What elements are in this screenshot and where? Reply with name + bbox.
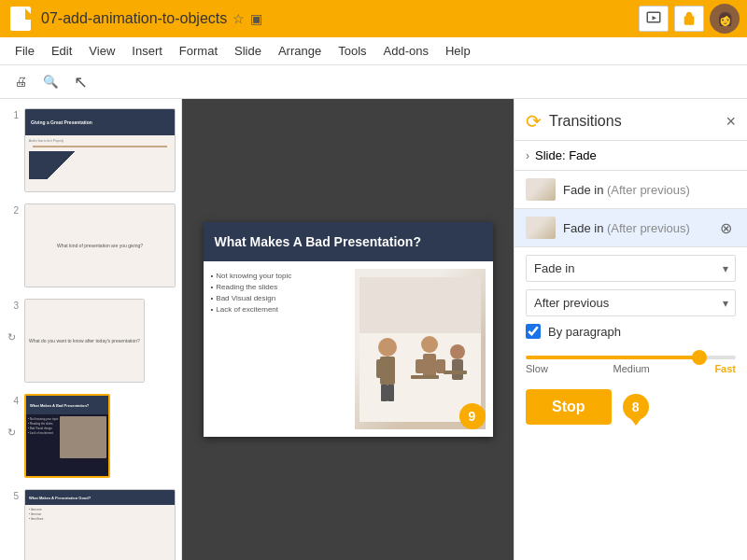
slide-item-3[interactable]: 3 ↻ What do you want to know after today… [4, 297, 177, 385]
menu-format[interactable]: Format [172, 42, 225, 60]
slider-row [526, 356, 736, 359]
slide-item-5[interactable]: 5 What Makes A Presentation Good? • Item… [4, 487, 177, 560]
menu-help[interactable]: Help [438, 42, 478, 60]
panel-title: ⟳ Transitions [526, 110, 622, 133]
menu-addons[interactable]: Add-ons [376, 42, 436, 60]
menu-slide[interactable]: Slide [227, 42, 269, 60]
menu-bar: File Edit View Insert Format Slide Arran… [0, 37, 747, 65]
top-bar: 07-add-animation-to-objects ☆ ▣ 👩 [0, 0, 747, 37]
cursor-button[interactable]: ↖ [67, 69, 93, 95]
present-button[interactable] [639, 6, 669, 32]
main-area: 1 Giving a Great Presentation And/or how… [0, 99, 747, 560]
toolbar: 🖨 🔍 ↖ [0, 65, 747, 99]
top-right-controls: 👩 [639, 4, 740, 34]
svg-rect-16 [411, 375, 439, 379]
svg-rect-8 [381, 385, 388, 401]
speed-slider-section: Slow Medium Fast [514, 356, 747, 382]
menu-arrange[interactable]: Arrange [271, 42, 329, 60]
slide-fade-row[interactable]: › Slide: Fade [514, 141, 747, 171]
svg-rect-6 [376, 359, 384, 378]
list-item-4: Lack of excitement [211, 305, 347, 314]
animation-type-section: Fade in Fly in from left Fly in from rig… [514, 247, 747, 356]
speed-medium-label: Medium [613, 363, 650, 374]
speed-fast-label: Fast [714, 363, 736, 374]
animation-trigger-dropdown[interactable]: After previous On click With previous [526, 289, 736, 316]
menu-edit[interactable]: Edit [44, 42, 79, 60]
star-icon[interactable]: ☆ [233, 11, 245, 26]
canvas-body: Not knowing your topic Reading the slide… [204, 261, 493, 437]
animation-type-dropdown[interactable]: Fade in Fly in from left Fly in from rig… [526, 255, 736, 282]
slide-thumb-3[interactable]: What do you want to know after today's p… [24, 299, 145, 383]
menu-view[interactable]: View [81, 42, 122, 60]
stop-section: Stop 8 [514, 382, 747, 432]
slide-thumb-5[interactable]: What Makes A Presentation Good? • Item o… [24, 489, 176, 560]
animation-row-2[interactable]: Fade in (After previous) ⊗ [514, 209, 747, 247]
animation-remove-button[interactable]: ⊗ [716, 217, 736, 239]
animation-label-1: Fade in (After previous) [563, 183, 736, 197]
animation-type-row: Fade in Fly in from left Fly in from rig… [526, 255, 736, 282]
zoom-button[interactable]: 🔍 [37, 69, 63, 95]
document-title: 07-add-animation-to-objects [41, 10, 227, 27]
slide-thumb-4[interactable]: What Makes A Bad Presentation? • Not kno… [24, 394, 110, 478]
slide-number-1: 1 [6, 108, 19, 192]
transitions-panel: ⟳ Transitions × › Slide: Fade Fade in (A… [514, 99, 747, 560]
animation-type-select[interactable]: Fade in Fly in from left Fly in from rig… [526, 255, 736, 282]
by-paragraph-label[interactable]: By paragraph [548, 325, 621, 339]
slide-item-4[interactable]: 4 ↻ What Makes A Bad Presentation? • Not… [4, 392, 177, 480]
svg-rect-12 [416, 359, 425, 373]
menu-insert[interactable]: Insert [124, 42, 170, 60]
slide-panel: 1 Giving a Great Presentation And/or how… [0, 99, 182, 560]
svg-rect-9 [388, 385, 394, 401]
slide-item-1[interactable]: 1 Giving a Great Presentation And/or how… [4, 106, 177, 194]
by-paragraph-checkbox[interactable] [526, 324, 541, 339]
animation-trigger-row: After previous On click With previous [526, 289, 736, 316]
svg-rect-17 [444, 371, 467, 374]
canvas-title: What Makes A Bad Presentation? [215, 234, 421, 249]
slide-thumb-1[interactable]: Giving a Great Presentation And/or how t… [24, 108, 176, 192]
slide-4-icon: ↻ [7, 427, 16, 439]
title-area: 07-add-animation-to-objects ☆ ▣ [41, 10, 631, 27]
slide-3-icon: ↻ [7, 331, 16, 343]
slide-number-2: 2 [6, 203, 19, 287]
stop-button[interactable]: Stop [526, 389, 612, 425]
canvas-header: What Makes A Bad Presentation? [204, 222, 493, 261]
menu-tools[interactable]: Tools [331, 42, 374, 60]
slide-thumb-2[interactable]: What kind of presentation are you giving… [24, 203, 176, 287]
slide-fade-label: Slide: Fade [535, 148, 597, 162]
svg-point-4 [378, 338, 397, 357]
svg-rect-11 [423, 354, 436, 377]
slide-canvas: What Makes A Bad Presentation? Not knowi… [204, 222, 493, 437]
list-item-3: Bad Visual design [211, 294, 347, 302]
panel-header: ⟳ Transitions × [514, 99, 747, 141]
svg-rect-15 [452, 359, 463, 380]
animation-thumbnail-2 [526, 217, 556, 239]
animation-thumbnail-1 [526, 178, 556, 201]
share-button[interactable] [674, 6, 704, 32]
chevron-right-icon: › [526, 149, 529, 162]
avatar[interactable]: 👩 [710, 4, 740, 34]
print-button[interactable]: 🖨 [7, 69, 34, 95]
animation-trigger-select[interactable]: After previous On click With previous [526, 289, 736, 316]
folder-icon[interactable]: ▣ [250, 11, 262, 26]
panel-close-button[interactable]: × [726, 112, 736, 132]
list-item-2: Reading the slides [211, 283, 347, 291]
speed-slow-label: Slow [526, 363, 548, 374]
canvas-list: Not knowing your topic Reading the slide… [211, 269, 347, 429]
google-slides-icon [7, 6, 34, 32]
animation-row-1[interactable]: Fade in (After previous) [514, 171, 747, 209]
svg-rect-7 [388, 359, 395, 378]
step-badge-canvas: 9 [459, 403, 486, 429]
step-badge-panel: 8 [623, 394, 649, 420]
canvas-area: What Makes A Bad Presentation? Not knowi… [182, 99, 514, 560]
by-paragraph-row: By paragraph [526, 324, 736, 339]
svg-point-14 [450, 344, 465, 359]
svg-point-10 [421, 336, 438, 353]
slide-item-2[interactable]: 2 What kind of presentation are you givi… [4, 202, 177, 289]
panel-title-text: Transitions [549, 113, 622, 130]
speed-slider[interactable] [526, 356, 736, 359]
svg-marker-1 [653, 16, 657, 21]
transitions-icon: ⟳ [526, 110, 542, 133]
animation-label-2: Fade in (After previous) [563, 221, 709, 235]
menu-file[interactable]: File [7, 42, 42, 60]
slide-number-5: 5 [6, 489, 19, 560]
